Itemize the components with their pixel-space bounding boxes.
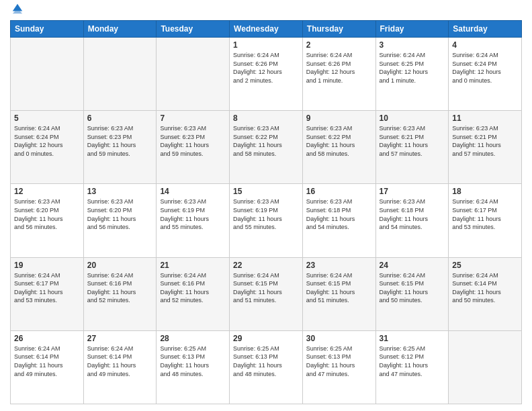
day-number: 27 bbox=[87, 334, 153, 343]
day-number: 15 bbox=[233, 187, 299, 196]
day-number: 8 bbox=[233, 113, 299, 123]
calendar-day-31: 31Sunrise: 6:25 AM Sunset: 6:12 PM Dayli… bbox=[375, 330, 449, 404]
calendar-day-29: 29Sunrise: 6:25 AM Sunset: 6:13 PM Dayli… bbox=[230, 330, 303, 404]
day-number: 14 bbox=[160, 187, 226, 196]
day-number: 9 bbox=[306, 113, 372, 123]
day-number: 6 bbox=[87, 113, 153, 123]
day-number: 12 bbox=[14, 187, 80, 196]
calendar-day-3: 3Sunrise: 6:24 AM Sunset: 6:25 PM Daylig… bbox=[375, 38, 449, 111]
day-info: Sunrise: 6:24 AM Sunset: 6:17 PM Dayligh… bbox=[452, 197, 518, 231]
calendar-day-22: 22Sunrise: 6:24 AM Sunset: 6:15 PM Dayli… bbox=[230, 257, 303, 330]
day-number: 22 bbox=[233, 261, 299, 270]
day-number: 17 bbox=[380, 187, 445, 196]
day-info: Sunrise: 6:23 AM Sunset: 6:19 PM Dayligh… bbox=[233, 197, 299, 231]
day-header-monday: Monday bbox=[83, 21, 157, 38]
day-info: Sunrise: 6:23 AM Sunset: 6:23 PM Dayligh… bbox=[160, 124, 226, 158]
day-header-sunday: Sunday bbox=[11, 21, 84, 38]
day-info: Sunrise: 6:24 AM Sunset: 6:14 PM Dayligh… bbox=[452, 271, 518, 305]
calendar-day-18: 18Sunrise: 6:24 AM Sunset: 6:17 PM Dayli… bbox=[449, 184, 522, 257]
calendar-day-5: 5Sunrise: 6:24 AM Sunset: 6:24 PM Daylig… bbox=[11, 111, 84, 184]
day-number: 1 bbox=[233, 40, 299, 50]
day-number: 25 bbox=[452, 261, 518, 270]
day-number: 10 bbox=[380, 113, 445, 123]
day-info: Sunrise: 6:24 AM Sunset: 6:26 PM Dayligh… bbox=[233, 51, 299, 85]
day-number: 30 bbox=[306, 334, 372, 343]
calendar-day-19: 19Sunrise: 6:24 AM Sunset: 6:17 PM Dayli… bbox=[11, 257, 84, 330]
day-info: Sunrise: 6:24 AM Sunset: 6:17 PM Dayligh… bbox=[14, 271, 80, 305]
day-number: 23 bbox=[306, 261, 372, 270]
day-info: Sunrise: 6:25 AM Sunset: 6:13 PM Dayligh… bbox=[233, 345, 299, 378]
day-number: 4 bbox=[452, 40, 518, 50]
day-info: Sunrise: 6:23 AM Sunset: 6:18 PM Dayligh… bbox=[306, 197, 372, 231]
day-header-saturday: Saturday bbox=[449, 21, 522, 38]
day-info: Sunrise: 6:23 AM Sunset: 6:21 PM Dayligh… bbox=[380, 124, 445, 158]
day-number: 7 bbox=[160, 113, 226, 123]
day-number: 2 bbox=[306, 40, 372, 50]
day-info: Sunrise: 6:25 AM Sunset: 6:13 PM Dayligh… bbox=[160, 345, 226, 378]
day-number: 28 bbox=[160, 334, 226, 343]
calendar-day-28: 28Sunrise: 6:25 AM Sunset: 6:13 PM Dayli… bbox=[157, 330, 230, 404]
day-info: Sunrise: 6:23 AM Sunset: 6:23 PM Dayligh… bbox=[87, 124, 153, 158]
calendar-day-13: 13Sunrise: 6:23 AM Sunset: 6:20 PM Dayli… bbox=[83, 184, 157, 257]
calendar-week-row: 1Sunrise: 6:24 AM Sunset: 6:26 PM Daylig… bbox=[11, 38, 522, 111]
day-info: Sunrise: 6:24 AM Sunset: 6:14 PM Dayligh… bbox=[14, 345, 80, 378]
day-info: Sunrise: 6:23 AM Sunset: 6:19 PM Dayligh… bbox=[160, 197, 226, 231]
calendar-day-17: 17Sunrise: 6:23 AM Sunset: 6:18 PM Dayli… bbox=[375, 184, 449, 257]
day-info: Sunrise: 6:24 AM Sunset: 6:14 PM Dayligh… bbox=[87, 345, 153, 378]
empty-cell bbox=[157, 38, 230, 111]
day-number: 26 bbox=[14, 334, 80, 343]
logo-icon bbox=[11, 3, 24, 15]
day-info: Sunrise: 6:24 AM Sunset: 6:24 PM Dayligh… bbox=[452, 51, 518, 85]
day-number: 11 bbox=[452, 113, 518, 123]
day-number: 16 bbox=[306, 187, 372, 196]
calendar-day-26: 26Sunrise: 6:24 AM Sunset: 6:14 PM Dayli… bbox=[11, 330, 84, 404]
day-header-wednesday: Wednesday bbox=[230, 21, 303, 38]
day-info: Sunrise: 6:24 AM Sunset: 6:15 PM Dayligh… bbox=[233, 271, 299, 305]
day-info: Sunrise: 6:23 AM Sunset: 6:18 PM Dayligh… bbox=[380, 197, 445, 231]
empty-cell bbox=[83, 38, 157, 111]
day-number: 31 bbox=[380, 334, 445, 343]
day-info: Sunrise: 6:23 AM Sunset: 6:20 PM Dayligh… bbox=[14, 197, 80, 231]
day-number: 29 bbox=[233, 334, 299, 343]
calendar-day-8: 8Sunrise: 6:23 AM Sunset: 6:22 PM Daylig… bbox=[230, 111, 303, 184]
day-header-thursday: Thursday bbox=[302, 21, 375, 38]
day-number: 21 bbox=[160, 261, 226, 270]
day-info: Sunrise: 6:25 AM Sunset: 6:12 PM Dayligh… bbox=[380, 345, 445, 378]
day-info: Sunrise: 6:24 AM Sunset: 6:15 PM Dayligh… bbox=[306, 271, 372, 305]
calendar-day-9: 9Sunrise: 6:23 AM Sunset: 6:22 PM Daylig… bbox=[302, 111, 375, 184]
calendar-day-4: 4Sunrise: 6:24 AM Sunset: 6:24 PM Daylig… bbox=[449, 38, 522, 111]
day-header-friday: Friday bbox=[375, 21, 449, 38]
empty-cell bbox=[11, 38, 84, 111]
day-info: Sunrise: 6:23 AM Sunset: 6:22 PM Dayligh… bbox=[306, 124, 372, 158]
calendar-day-30: 30Sunrise: 6:25 AM Sunset: 6:13 PM Dayli… bbox=[302, 330, 375, 404]
empty-cell bbox=[449, 330, 522, 404]
calendar-day-1: 1Sunrise: 6:24 AM Sunset: 6:26 PM Daylig… bbox=[230, 38, 303, 111]
day-info: Sunrise: 6:23 AM Sunset: 6:20 PM Dayligh… bbox=[87, 197, 153, 231]
calendar-day-24: 24Sunrise: 6:24 AM Sunset: 6:15 PM Dayli… bbox=[375, 257, 449, 330]
day-number: 24 bbox=[380, 261, 445, 270]
calendar-day-6: 6Sunrise: 6:23 AM Sunset: 6:23 PM Daylig… bbox=[83, 111, 157, 184]
calendar-day-25: 25Sunrise: 6:24 AM Sunset: 6:14 PM Dayli… bbox=[449, 257, 522, 330]
day-number: 19 bbox=[14, 261, 80, 270]
day-info: Sunrise: 6:24 AM Sunset: 6:16 PM Dayligh… bbox=[87, 271, 153, 305]
day-number: 20 bbox=[87, 261, 153, 270]
day-number: 13 bbox=[87, 187, 153, 196]
header bbox=[10, 7, 522, 15]
svg-marker-0 bbox=[13, 4, 22, 11]
calendar-day-23: 23Sunrise: 6:24 AM Sunset: 6:15 PM Dayli… bbox=[302, 257, 375, 330]
svg-marker-1 bbox=[13, 11, 22, 14]
calendar-day-10: 10Sunrise: 6:23 AM Sunset: 6:21 PM Dayli… bbox=[375, 111, 449, 184]
day-info: Sunrise: 6:23 AM Sunset: 6:21 PM Dayligh… bbox=[452, 124, 518, 158]
calendar-day-27: 27Sunrise: 6:24 AM Sunset: 6:14 PM Dayli… bbox=[83, 330, 157, 404]
logo bbox=[10, 9, 24, 15]
day-info: Sunrise: 6:24 AM Sunset: 6:15 PM Dayligh… bbox=[380, 271, 445, 305]
day-info: Sunrise: 6:24 AM Sunset: 6:26 PM Dayligh… bbox=[306, 51, 372, 85]
page: SundayMondayTuesdayWednesdayThursdayFrid… bbox=[0, 0, 532, 411]
calendar-day-14: 14Sunrise: 6:23 AM Sunset: 6:19 PM Dayli… bbox=[157, 184, 230, 257]
calendar-day-2: 2Sunrise: 6:24 AM Sunset: 6:26 PM Daylig… bbox=[302, 38, 375, 111]
calendar-day-16: 16Sunrise: 6:23 AM Sunset: 6:18 PM Dayli… bbox=[302, 184, 375, 257]
day-info: Sunrise: 6:24 AM Sunset: 6:16 PM Dayligh… bbox=[160, 271, 226, 305]
calendar-day-12: 12Sunrise: 6:23 AM Sunset: 6:20 PM Dayli… bbox=[11, 184, 84, 257]
day-number: 5 bbox=[14, 113, 80, 123]
calendar-day-15: 15Sunrise: 6:23 AM Sunset: 6:19 PM Dayli… bbox=[230, 184, 303, 257]
